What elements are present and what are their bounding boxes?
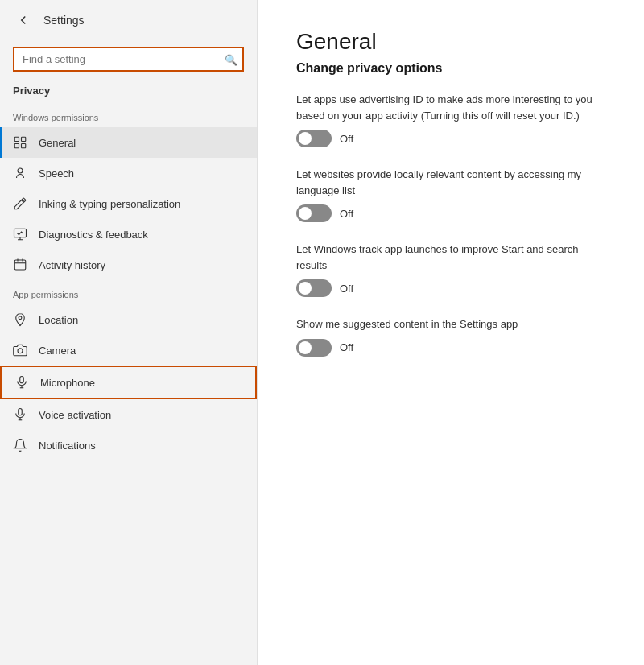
- svg-rect-2: [14, 144, 19, 148]
- camera-icon: [13, 343, 27, 357]
- svg-rect-12: [20, 377, 24, 383]
- sidebar-header: Settings: [0, 0, 257, 40]
- search-input[interactable]: [13, 47, 244, 72]
- toggle-language-list[interactable]: [296, 204, 332, 222]
- toggle-suggested-content[interactable]: [296, 339, 332, 357]
- sidebar-item-camera-label: Camera: [39, 345, 76, 357]
- toggle-row-advertising: Off: [296, 130, 605, 147]
- sidebar-item-notifications-label: Notifications: [39, 440, 96, 452]
- search-icon: 🔍: [225, 53, 237, 65]
- sidebar-item-notifications[interactable]: Notifications: [0, 430, 257, 461]
- app-permissions-label: App permissions: [0, 280, 257, 304]
- sidebar-item-voice[interactable]: Voice activation: [0, 399, 257, 430]
- sidebar-item-microphone-label: Microphone: [40, 377, 95, 389]
- sidebar-item-voice-label: Voice activation: [39, 409, 111, 421]
- setting-language-list-desc: Let websites provide locally relevant co…: [296, 167, 605, 198]
- setting-advertising-id: Let apps use advertising ID to make ads …: [296, 92, 605, 147]
- voice-icon: [13, 407, 27, 422]
- svg-point-11: [18, 349, 23, 353]
- toggle-language-list-label: Off: [340, 208, 353, 220]
- svg-rect-1: [22, 137, 26, 141]
- activity-icon: [13, 258, 27, 272]
- setting-app-launches-desc: Let Windows track app launches to improv…: [296, 242, 605, 273]
- speech-icon: [13, 166, 27, 180]
- sidebar-item-location[interactable]: Location: [0, 304, 257, 335]
- sidebar-title: Settings: [43, 14, 85, 27]
- main-content: General Change privacy options Let apps …: [258, 0, 644, 665]
- setting-suggested-content-desc: Show me suggested content in the Setting…: [296, 316, 605, 332]
- svg-rect-3: [22, 144, 26, 148]
- privacy-label: Privacy: [0, 81, 257, 103]
- setting-advertising-id-desc: Let apps use advertising ID to make ads …: [296, 92, 605, 123]
- diagnostics-icon: [13, 227, 27, 242]
- svg-point-4: [18, 168, 23, 173]
- setting-app-launches: Let Windows track app launches to improv…: [296, 242, 605, 297]
- page-title: General: [296, 29, 605, 55]
- sidebar-item-diagnostics-label: Diagnostics & feedback: [39, 229, 148, 241]
- microphone-icon: [14, 375, 29, 390]
- toggle-app-launches[interactable]: [296, 279, 332, 297]
- sidebar-item-speech-label: Speech: [39, 167, 74, 180]
- location-icon: [13, 312, 27, 327]
- sidebar-item-general[interactable]: General: [0, 127, 257, 158]
- windows-permissions-label: Windows permissions: [0, 103, 257, 127]
- svg-point-10: [19, 316, 22, 320]
- svg-rect-0: [14, 137, 19, 141]
- inking-icon: [13, 196, 27, 211]
- toggle-row-app-launches: Off: [296, 279, 605, 297]
- sidebar-item-microphone[interactable]: Microphone: [0, 366, 257, 399]
- general-icon: [13, 135, 27, 150]
- notifications-icon: [13, 438, 27, 452]
- sidebar-item-activity-label: Activity history: [39, 259, 105, 271]
- sidebar-item-activity[interactable]: Activity history: [0, 250, 257, 280]
- sidebar: Settings 🔍 Privacy Windows permissions G…: [0, 0, 258, 665]
- section-heading: Change privacy options: [296, 61, 605, 76]
- sidebar-item-camera[interactable]: Camera: [0, 335, 257, 366]
- sidebar-item-diagnostics[interactable]: Diagnostics & feedback: [0, 219, 257, 250]
- setting-language-list: Let websites provide locally relevant co…: [296, 167, 605, 222]
- sidebar-item-inking-label: Inking & typing personalization: [39, 198, 180, 210]
- toggle-advertising-id-label: Off: [340, 133, 353, 145]
- sidebar-item-location-label: Location: [39, 314, 78, 326]
- toggle-row-suggested: Off: [296, 339, 605, 357]
- sidebar-item-general-label: General: [39, 137, 76, 149]
- toggle-advertising-id[interactable]: [296, 130, 332, 147]
- toggle-suggested-content-label: Off: [340, 341, 353, 353]
- svg-rect-6: [14, 260, 26, 270]
- sidebar-item-speech[interactable]: Speech: [0, 158, 257, 188]
- svg-rect-15: [19, 409, 23, 415]
- sidebar-item-inking[interactable]: Inking & typing personalization: [0, 188, 257, 219]
- back-button[interactable]: [13, 10, 34, 31]
- toggle-app-launches-label: Off: [340, 283, 353, 295]
- search-box-wrapper: 🔍: [0, 40, 257, 78]
- toggle-row-language: Off: [296, 204, 605, 222]
- setting-suggested-content: Show me suggested content in the Setting…: [296, 316, 605, 357]
